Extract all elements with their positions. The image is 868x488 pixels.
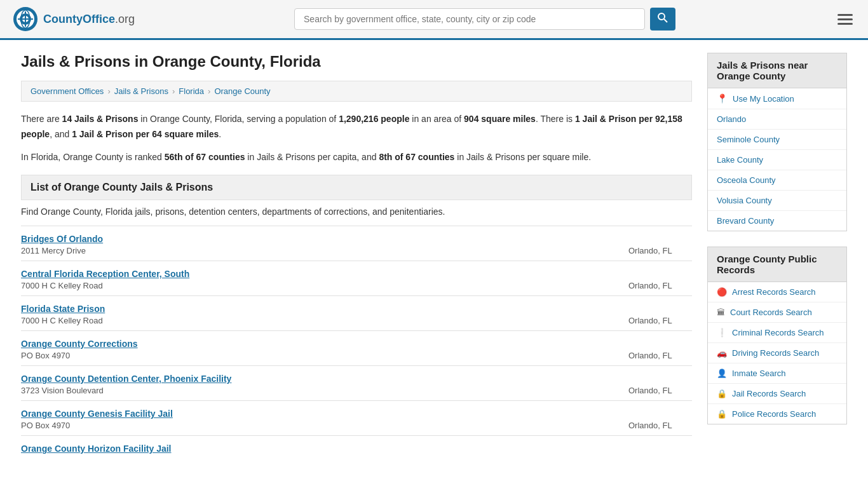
facility-city: Orlando, FL [628,386,692,395]
svg-line-8 [664,19,667,22]
svg-rect-5 [25,11,26,27]
breadcrumb-sep: › [208,86,210,96]
police-icon: 🔒 [717,409,727,419]
police-records-link[interactable]: Police Records Search [732,409,816,419]
nearby-section: Jails & Prisons near Orange County 📍 Use… [707,53,847,231]
facility-address: 7000 H C Kelley Road [21,281,103,290]
facility-city: Orlando, FL [628,421,692,430]
logo-icon [13,6,38,32]
main-content: Jails & Prisons in Orange County, Florid… [21,53,692,461]
logo-text: CountyOffice.org [43,13,135,26]
facility-item: Orange County Corrections PO Box 4970 Or… [21,330,692,365]
breadcrumb: Government Offices › Jails & Prisons › F… [21,81,692,102]
osceola-link[interactable]: Osceola County [717,175,776,185]
menu-line [837,14,853,16]
seminole-link[interactable]: Seminole County [717,135,780,144]
facility-link[interactable]: Central Florida Reception Center, South [21,269,692,279]
criminal-records-link[interactable]: Criminal Records Search [732,328,824,337]
inmate-search-link[interactable]: Inmate Search [732,369,786,378]
menu-line [837,18,853,20]
sidebar-item-criminal[interactable]: ❕ Criminal Records Search [708,323,846,343]
sidebar-item-driving[interactable]: 🚗 Driving Records Search [708,343,846,363]
jail-icon: 🔒 [717,389,727,398]
description-2: In Florida, Orange County is ranked 56th… [21,150,692,165]
sidebar-item-jail[interactable]: 🔒 Jail Records Search [708,384,846,404]
sidebar-item-volusia[interactable]: Volusia County [708,191,846,211]
search-area [294,8,675,30]
list-description: Find Orange County, Florida jails, priso… [21,207,692,217]
facility-address: PO Box 4970 [21,421,70,430]
sidebar-item-court[interactable]: 🏛 Court Records Search [708,302,846,323]
sidebar-item-osceola[interactable]: Osceola County [708,170,846,191]
facility-city: Orlando, FL [628,281,692,290]
facility-item: Florida State Prison 7000 H C Kelley Roa… [21,295,692,330]
search-button[interactable] [650,8,675,30]
public-records-list: 🔴 Arrest Records Search 🏛 Court Records … [707,282,847,424]
lake-link[interactable]: Lake County [717,155,763,165]
description-1: There are 14 Jails & Prisons in Orange C… [21,112,692,142]
facility-address: PO Box 4970 [21,351,70,360]
criminal-icon: ❕ [717,328,727,337]
svg-point-7 [658,13,665,20]
orlando-link[interactable]: Orlando [717,114,746,124]
facility-address: 2011 Mercy Drive [21,246,86,255]
inmate-icon: 👤 [717,369,727,378]
facility-item: Orange County Genesis Facility Jail PO B… [21,400,692,435]
facility-link[interactable]: Bridges Of Orlando [21,234,692,244]
court-icon: 🏛 [717,308,725,317]
facility-address: 7000 H C Kelley Road [21,316,103,325]
nearby-list: 📍 Use My Location Orlando Seminole Count… [707,88,847,231]
sidebar-item-seminole[interactable]: Seminole County [708,130,846,150]
facility-link[interactable]: Orange County Detention Center, Phoenix … [21,374,692,384]
sidebar-item-orlando[interactable]: Orlando [708,109,846,130]
sidebar-item-brevard[interactable]: Brevard County [708,211,846,231]
facility-item: Orange County Detention Center, Phoenix … [21,365,692,400]
facility-link[interactable]: Florida State Prison [21,304,692,314]
facility-link[interactable]: Orange County Corrections [21,339,692,349]
page-container: Jails & Prisons in Orange County, Florid… [8,40,860,473]
menu-button[interactable] [835,11,855,27]
facility-city: Orlando, FL [628,246,692,255]
breadcrumb-jails[interactable]: Jails & Prisons [114,86,168,96]
breadcrumb-sep: › [172,86,175,96]
driving-icon: 🚗 [717,348,727,358]
search-input[interactable] [294,8,645,30]
arrest-icon: 🔴 [717,287,727,297]
driving-records-link[interactable]: Driving Records Search [732,348,819,358]
brevard-link[interactable]: Brevard County [717,216,774,226]
breadcrumb-orange[interactable]: Orange County [214,86,270,96]
sidebar: Jails & Prisons near Orange County 📍 Use… [707,53,847,461]
list-section-header: List of Orange County Jails & Prisons [21,175,692,200]
location-icon: 📍 [717,93,728,104]
public-records-section: Orange County Public Records 🔴 Arrest Re… [707,247,847,424]
sidebar-item-lake[interactable]: Lake County [708,150,846,170]
use-my-location-link[interactable]: Use My Location [733,94,794,104]
facility-link[interactable]: Orange County Genesis Facility Jail [21,409,692,419]
sidebar-item-inmate[interactable]: 👤 Inmate Search [708,363,846,384]
page-title: Jails & Prisons in Orange County, Florid… [21,53,692,71]
court-records-link[interactable]: Court Records Search [730,308,812,317]
nearby-title: Jails & Prisons near Orange County [707,53,847,88]
public-records-title: Orange County Public Records [707,247,847,282]
facility-item: Bridges Of Orlando 2011 Mercy Drive Orla… [21,226,692,261]
menu-line [837,23,853,25]
facility-city: Orlando, FL [628,351,692,360]
logo[interactable]: CountyOffice.org [13,6,135,32]
breadcrumb-sep: › [107,86,110,96]
facility-city: Orlando, FL [628,316,692,325]
sidebar-item-police[interactable]: 🔒 Police Records Search [708,404,846,424]
facility-item: Orange County Horizon Facility Jail [21,435,692,461]
arrest-records-link[interactable]: Arrest Records Search [732,287,816,297]
volusia-link[interactable]: Volusia County [717,196,772,205]
facility-link[interactable]: Orange County Horizon Facility Jail [21,444,692,454]
facility-address: 3723 Vision Boulevard [21,386,104,395]
facility-item: Central Florida Reception Center, South … [21,261,692,295]
site-header: CountyOffice.org [0,0,868,40]
facility-list: Bridges Of Orlando 2011 Mercy Drive Orla… [21,226,692,461]
jail-records-link[interactable]: Jail Records Search [732,389,806,398]
breadcrumb-florida[interactable]: Florida [179,86,204,96]
breadcrumb-govt[interactable]: Government Offices [31,86,104,96]
search-icon [658,13,668,23]
sidebar-item-location[interactable]: 📍 Use My Location [708,88,846,109]
sidebar-item-arrest[interactable]: 🔴 Arrest Records Search [708,282,846,302]
